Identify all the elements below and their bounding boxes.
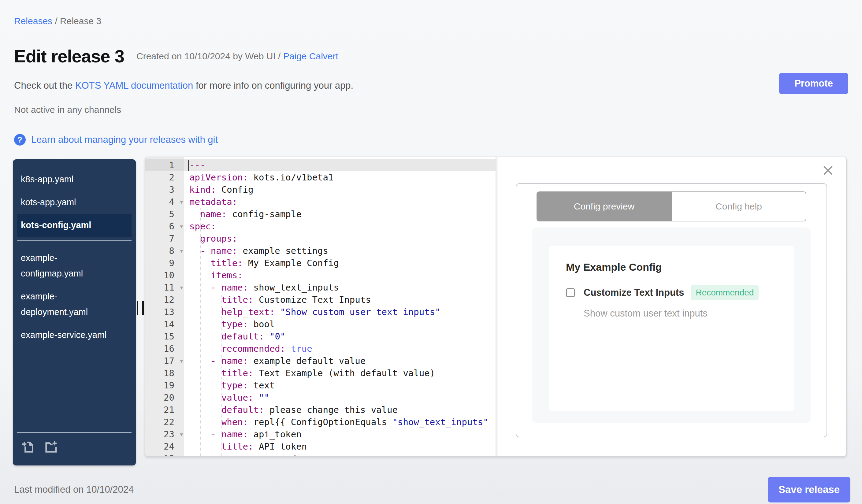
line-number: 21 <box>145 404 184 416</box>
config-group-card: My Example Config Customize Text Inputs … <box>549 246 794 411</box>
sidebar-divider <box>17 240 132 241</box>
config-preview-panel: Config preview Config help My Example Co… <box>516 183 827 437</box>
page-title: Edit release 3 <box>14 46 124 66</box>
new-folder-button[interactable] <box>44 440 58 455</box>
file-item[interactable]: k8s-app.yaml <box>17 168 132 191</box>
line-number: 9 <box>145 257 184 269</box>
line-number: 12 <box>145 294 184 306</box>
code-line: title: Text Example (with default value) <box>184 367 496 379</box>
code-line: when: repl{{ ConfigOptionEquals "show_te… <box>184 416 496 428</box>
line-number: 10 <box>145 269 184 281</box>
code-line: - name: api_token <box>184 428 496 440</box>
file-item[interactable]: example-service.yaml <box>17 323 132 346</box>
file-list-primary: k8s-app.yamlkots-app.yamlkots-config.yam… <box>13 159 136 237</box>
close-button[interactable] <box>822 164 835 178</box>
indent-guide <box>200 208 201 456</box>
config-option-help: Show custom user text inputs <box>584 308 777 319</box>
code-line: groups: <box>184 233 496 245</box>
code-line: title: My Example Config <box>184 257 496 269</box>
indent-guide <box>211 257 211 456</box>
fold-arrow-icon[interactable]: ▾ <box>180 282 183 294</box>
code-line: --- <box>184 159 496 171</box>
line-number: 16 <box>145 343 184 355</box>
editor-code-lines[interactable]: ---apiVersion: kots.io/v1beta1kind: Conf… <box>184 157 496 456</box>
code-line: type: password <box>184 453 496 456</box>
author-link[interactable]: Paige Calvert <box>283 51 338 61</box>
code-line: title: API token <box>184 440 496 453</box>
line-number: 20 <box>145 392 184 404</box>
created-text: Created on 10/10/2024 by Web UI / Paige … <box>136 51 338 62</box>
fold-arrow-icon[interactable]: ▾ <box>180 355 183 367</box>
preview-body: My Example Config Customize Text Inputs … <box>532 227 811 423</box>
recommended-badge: Recommended <box>691 285 759 300</box>
code-line: type: bool <box>184 318 496 330</box>
config-preview-pane: Config preview Config help My Example Co… <box>496 157 846 456</box>
file-item[interactable]: example-configmap.yaml <box>17 247 132 285</box>
file-item[interactable]: example-deployment.yaml <box>17 285 132 323</box>
line-number: 25 <box>145 453 184 456</box>
promote-button[interactable]: Promote <box>779 73 848 94</box>
config-option-label: Customize Text Inputs <box>584 287 684 298</box>
line-number: 6▾ <box>145 220 184 233</box>
fold-arrow-icon[interactable]: ▾ <box>180 245 183 257</box>
doc-text-after: for more info on configuring your app. <box>193 80 353 91</box>
preview-tabs: Config preview Config help <box>537 191 806 222</box>
code-line: type: text <box>184 379 496 392</box>
save-release-button[interactable]: Save release <box>768 477 850 503</box>
edit-release-page: Releases / Release 3 Edit release 3 Crea… <box>0 0 862 504</box>
text-cursor <box>188 160 190 171</box>
new-file-icon <box>21 440 35 454</box>
doc-text-before: Check out the <box>14 80 75 91</box>
fold-arrow-icon[interactable]: ▾ <box>180 428 183 441</box>
line-number: 2 <box>145 171 184 184</box>
config-option-row: Customize Text Inputs Recommended <box>566 285 777 300</box>
customize-text-inputs-checkbox[interactable] <box>566 288 575 297</box>
file-sidebar: k8s-app.yamlkots-app.yamlkots-config.yam… <box>13 159 136 465</box>
line-number: 14 <box>145 318 184 330</box>
config-group-title: My Example Config <box>566 261 777 273</box>
line-number: 22 <box>145 416 184 428</box>
line-number: 18 <box>145 367 184 379</box>
footer-bar: Last modified on 10/10/2024 Save release <box>14 476 850 503</box>
indent-guide <box>221 294 222 456</box>
line-number: 3 <box>145 184 184 196</box>
kots-yaml-doc-link[interactable]: KOTS YAML documentation <box>75 80 193 91</box>
file-list-secondary: example-configmap.yamlexample-deployment… <box>13 245 136 346</box>
line-number: 24 <box>145 440 184 453</box>
code-line: default: "0" <box>184 330 496 343</box>
line-number: 7 <box>145 233 184 245</box>
editor-gutter: 1234▾56▾78▾91011▾121314151617▾1819202122… <box>145 157 184 456</box>
fold-arrow-icon[interactable]: ▾ <box>180 196 183 208</box>
tab-config-help[interactable]: Config help <box>672 191 806 222</box>
channel-status: Not active in any channels <box>14 105 121 115</box>
code-line: - name: example_settings <box>184 245 496 257</box>
workspace: 1234▾56▾78▾91011▾121314151617▾1819202122… <box>145 157 847 456</box>
sidebar-resize-handle[interactable] <box>137 301 144 315</box>
new-file-button[interactable] <box>21 440 35 455</box>
code-line: recommended: true <box>184 343 496 355</box>
file-item[interactable]: kots-config.yaml <box>17 214 132 237</box>
yaml-editor[interactable]: 1234▾56▾78▾91011▾121314151617▾1819202122… <box>145 157 496 456</box>
line-number: 1 <box>145 159 184 171</box>
code-line: metadata: <box>184 196 496 208</box>
line-number: 23▾ <box>145 428 184 440</box>
code-line: value: "" <box>184 392 496 404</box>
tab-config-preview[interactable]: Config preview <box>537 191 672 222</box>
code-line: - name: show_text_inputs <box>184 281 496 294</box>
line-number: 17▾ <box>145 355 184 367</box>
file-item[interactable]: kots-app.yaml <box>17 191 132 214</box>
code-line: title: Customize Text Inputs <box>184 294 496 306</box>
question-icon[interactable]: ? <box>14 134 26 146</box>
breadcrumb-releases-link[interactable]: Releases <box>14 16 52 26</box>
created-prefix: Created on 10/10/2024 by Web UI / <box>136 51 283 61</box>
code-line: default: please change this value <box>184 404 496 416</box>
code-line: kind: Config <box>184 184 496 196</box>
git-releases-link[interactable]: Learn about managing your releases with … <box>31 134 218 145</box>
line-number: 5 <box>145 208 184 220</box>
close-icon <box>822 164 835 177</box>
title-row: Edit release 3 Created on 10/10/2024 by … <box>14 46 338 66</box>
code-line: help_text: "Show custom user text inputs… <box>184 306 496 318</box>
line-number: 8▾ <box>145 245 184 257</box>
line-number: 15 <box>145 330 184 343</box>
fold-arrow-icon[interactable]: ▾ <box>180 221 183 233</box>
